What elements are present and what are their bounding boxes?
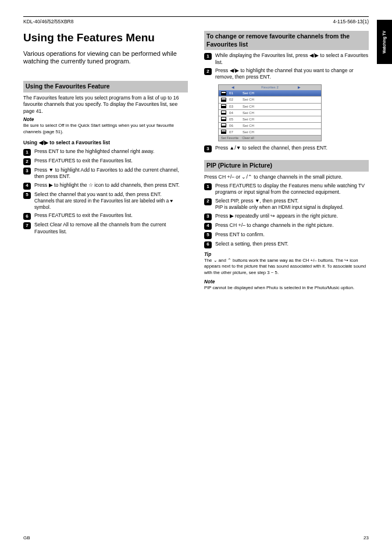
favourites-intro: The Favourites feature lets you select p… <box>23 95 188 115</box>
step: Select Clear All to remove all the chann… <box>34 222 188 235</box>
step-num: 1 <box>23 149 31 156</box>
step-num: 1 <box>204 183 212 190</box>
note-body: PIP cannot be displayed when Photo is se… <box>204 285 369 291</box>
page-footer: GB 23 <box>23 535 369 541</box>
fav-screen-header: ◀ Favorites 2 ▶ <box>219 85 321 91</box>
step: Press FEATURES to display the Features m… <box>215 183 369 196</box>
step-num: 7 <box>23 222 31 229</box>
favourites-sub1: Using ◀/▶ to select a Favourites list <box>23 140 188 146</box>
side-tab-label: Watching TV <box>377 20 392 64</box>
step-num: 4 <box>204 223 212 230</box>
fav-row: 02Set CH <box>219 97 321 103</box>
channel-icon <box>221 123 226 127</box>
channel-icon <box>221 98 226 102</box>
footer-right: 23 <box>364 535 369 541</box>
step: Press FEATURES to exit the Favourites li… <box>34 212 188 219</box>
step-num: 5 <box>204 232 212 239</box>
step-num: 3 <box>204 145 212 152</box>
step: Press ◀/▶ to highlight the channel that … <box>215 67 369 81</box>
favourites-screen: ◀ Favorites 2 ▶ 01Set CH 02Set CH 03Set … <box>218 84 322 142</box>
tip-label: Tip <box>204 252 369 258</box>
step-num: 1 <box>204 53 212 60</box>
step: Press ENT to confirm. <box>215 232 369 238</box>
channel-icon <box>221 111 226 115</box>
channel-icon <box>221 91 226 95</box>
tip-block: Tip The ⌄ and ⌃ buttons work the same wa… <box>204 252 369 276</box>
step: Press FEATURES to exit the Favourites li… <box>34 158 188 164</box>
fav-row: 07Set CH <box>219 129 321 136</box>
step-num: 3 <box>23 168 31 175</box>
step-num: 6 <box>204 241 212 248</box>
step-num: 4 <box>23 183 31 190</box>
channel-icon <box>221 104 226 108</box>
page-header: KDL-40/46/52/55XBR8 4-115-568-13(1) <box>23 16 369 25</box>
header-left: KDL-40/46/52/55XBR8 <box>23 19 73 25</box>
step-num: 2 <box>23 158 31 165</box>
favourites-heading: Using the Favourites Feature <box>23 81 188 92</box>
step: Press ▶ repeatedly until ↪ appears in th… <box>215 213 369 219</box>
note-body: Be sure to select Off in the Quick Start… <box>23 123 188 134</box>
pip-heading: PIP (Picture in Picture) <box>204 160 369 172</box>
step: Select the channel that you want to add,… <box>34 191 188 211</box>
fav-row: 06Set CH <box>219 123 321 129</box>
fav-row: 04Set CH <box>219 110 321 116</box>
step-num: 5 <box>23 192 31 199</box>
step-num: 2 <box>204 198 212 205</box>
step: Press ▶ to highlight the ☆ icon to add c… <box>34 182 188 188</box>
channel-icon <box>221 117 226 121</box>
step: Press ENT to tune the highlighted channe… <box>34 148 188 155</box>
favourites-sub2: To change or remove favourite channels f… <box>204 31 369 50</box>
note-label: Note <box>204 279 369 286</box>
fav-row: 01Set CH <box>219 90 321 97</box>
left-arrow-icon: ◀ <box>231 86 234 90</box>
step: Select PIP, press ▼, then press ENT.PIP … <box>215 198 369 211</box>
page-title: Using the Features Menu <box>23 31 188 45</box>
fav-row: 03Set CH <box>219 104 321 110</box>
tip-body: The ⌄ and ⌃ buttons work the same way as… <box>204 258 369 275</box>
step: Press CH +/– to change channels in the r… <box>215 222 369 229</box>
page-subtitle: Various operations for viewing can be pe… <box>23 50 188 66</box>
note-label: Note <box>23 117 188 123</box>
step-num: 2 <box>204 68 212 75</box>
header-right: 4-115-568-13(1) <box>333 19 369 25</box>
footer-left: GB <box>23 535 30 541</box>
left-column: Using the Features Menu Various operatio… <box>23 31 188 291</box>
step-num: 6 <box>23 213 31 220</box>
right-column: To change or remove favourite channels f… <box>204 31 369 291</box>
step: Press ▲/▼ to select the channel, then pr… <box>215 145 369 151</box>
fav-screen-footer: Set Favorite Clear all <box>219 136 321 141</box>
pip-intro: Press CH +/– or ⌄/⌃ to change channels i… <box>204 174 369 180</box>
step-num: 3 <box>204 214 212 220</box>
pip-note: Note PIP cannot be displayed when Photo … <box>204 279 369 291</box>
right-arrow-icon: ▶ <box>298 86 301 90</box>
channel-icon <box>221 130 226 134</box>
step: Select a setting, then press ENT. <box>215 241 369 247</box>
step: While displaying the Favourites list, pr… <box>215 52 369 66</box>
fav-row: 05Set CH <box>219 116 321 123</box>
step: Press ▼ to highlight Add to Favorites to… <box>34 167 188 180</box>
